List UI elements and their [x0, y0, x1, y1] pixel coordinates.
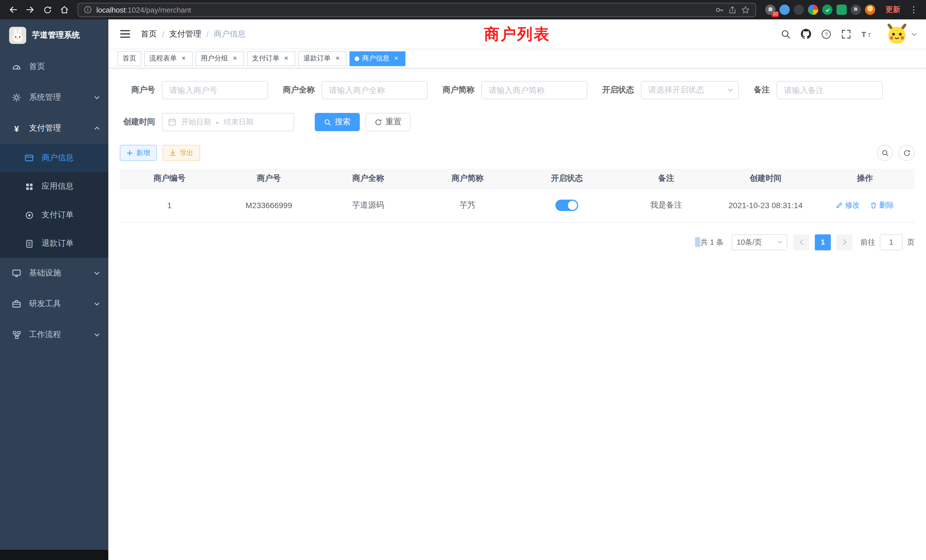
sidebar-item-dev-tools[interactable]: 研发工具 — [0, 289, 108, 319]
tab-refund-order[interactable]: 退款订单 × — [298, 51, 346, 66]
cell-short-name: 芋艿 — [418, 188, 517, 222]
sidebar-item-app-info[interactable]: 应用信息 — [0, 172, 108, 201]
user-avatar[interactable] — [885, 23, 908, 45]
page-content: 商户号 商户全称 商户简称 开启状态 请选择开启状态 — [108, 68, 926, 560]
close-icon[interactable]: × — [282, 54, 290, 62]
extension-gray-puzzle-icon[interactable] — [851, 5, 861, 15]
extension-puzzle-icon[interactable]: 10 — [765, 5, 775, 15]
chevron-down-icon — [776, 239, 783, 245]
sidebar-item-pay-order[interactable]: 支付订单 — [0, 201, 108, 229]
sidebar: 芋道管理系统 首页 系统管理 ¥ 支付管理 — [0, 20, 108, 560]
reset-button[interactable]: 重置 — [366, 113, 410, 131]
next-page-button[interactable] — [837, 234, 852, 250]
tab-home[interactable]: 首页 — [118, 51, 141, 66]
bookmark-star-icon[interactable] — [741, 5, 750, 14]
search-button[interactable]: 搜索 — [315, 113, 360, 131]
active-dot-icon — [355, 56, 359, 61]
refresh-icon[interactable] — [899, 145, 915, 161]
export-button-label: 导出 — [180, 148, 193, 158]
date-range-picker[interactable]: 开始日期 - 结束日期 — [162, 113, 294, 131]
document-icon — [24, 239, 34, 248]
col-short-name: 商户简称 — [418, 169, 517, 188]
add-button-label: 新增 — [136, 148, 150, 158]
sidebar-item-label: 系统管理 — [29, 92, 61, 103]
sidebar-item-home[interactable]: 首页 — [0, 51, 108, 82]
breadcrumb-home[interactable]: 首页 — [141, 29, 157, 39]
app-logo[interactable]: 芋道管理系统 — [0, 20, 108, 51]
font-size-icon[interactable]: TT — [861, 29, 872, 38]
tab-pay-order[interactable]: 支付订单 × — [247, 51, 295, 66]
close-icon[interactable]: × — [392, 54, 400, 62]
site-info-icon[interactable] — [84, 6, 92, 14]
monitor-icon — [11, 269, 22, 278]
edit-button[interactable]: 修改 — [836, 200, 860, 210]
extension-green-square-icon[interactable] — [837, 5, 847, 15]
help-icon[interactable]: ? — [821, 29, 831, 39]
sidebar-item-payment[interactable]: ¥ 支付管理 — [0, 113, 108, 144]
breadcrumb: 首页 / 支付管理 / 商户信息 — [141, 29, 246, 39]
page-number-1[interactable]: 1 — [815, 234, 831, 250]
home-icon[interactable] — [57, 2, 72, 17]
status-toggle[interactable] — [555, 200, 578, 211]
full-name-input[interactable] — [322, 81, 428, 99]
forward-icon[interactable] — [23, 2, 38, 17]
breadcrumb-payment[interactable]: 支付管理 — [169, 29, 201, 39]
short-name-input[interactable] — [481, 81, 587, 99]
github-icon[interactable] — [800, 29, 811, 39]
credit-card-icon — [24, 153, 34, 162]
password-key-icon[interactable] — [715, 5, 723, 14]
back-icon[interactable] — [6, 2, 21, 17]
prev-page-button[interactable] — [793, 234, 809, 250]
sidebar-item-system[interactable]: 系统管理 — [0, 82, 108, 113]
col-remark: 备注 — [617, 169, 716, 188]
status-label: 开启状态 — [602, 85, 634, 95]
col-create-time: 创建时间 — [716, 169, 816, 188]
tab-process-form[interactable]: 流程表单 × — [144, 51, 193, 66]
sidebar-item-merchant-info[interactable]: 商户信息 — [0, 144, 108, 172]
share-icon[interactable] — [728, 5, 737, 14]
date-start-placeholder[interactable]: 开始日期 — [181, 117, 211, 127]
filter-full-name: 商户全称 — [283, 81, 428, 99]
sidebar-item-infrastructure[interactable]: 基础设施 — [0, 258, 108, 289]
tab-merchant-info[interactable]: 商户信息 × — [350, 51, 406, 66]
page-size-select[interactable]: 10条/页 — [732, 234, 787, 250]
sidebar-item-refund-order[interactable]: 退款订单 — [0, 229, 108, 258]
tab-user-group[interactable]: 用户分组 × — [195, 51, 244, 66]
delete-button[interactable]: 删除 — [870, 200, 894, 210]
browser-menu-icon[interactable]: ⋮ — [907, 5, 920, 15]
reload-icon[interactable] — [40, 2, 55, 17]
filter-remark: 备注 — [754, 81, 883, 99]
sidebar-item-label: 商户信息 — [42, 153, 74, 163]
extension-green-check-icon[interactable] — [822, 5, 832, 15]
close-icon[interactable]: × — [231, 54, 239, 62]
toggle-search-icon[interactable] — [877, 145, 893, 161]
profile-avatar-icon[interactable] — [865, 5, 875, 15]
hamburger-icon[interactable] — [118, 27, 133, 41]
fullscreen-icon[interactable] — [841, 29, 851, 39]
reset-button-label: 重置 — [386, 117, 401, 127]
extension-dark-icon[interactable] — [794, 5, 804, 15]
extension-multicolor-icon[interactable] — [808, 5, 818, 15]
goto-page-input[interactable] — [880, 234, 903, 250]
merchant-no-input[interactable] — [162, 81, 268, 99]
target-icon — [24, 211, 34, 219]
remark-input[interactable] — [776, 81, 883, 99]
status-select[interactable]: 请选择开启状态 — [641, 81, 739, 99]
close-icon[interactable]: × — [180, 54, 188, 62]
close-icon[interactable]: × — [334, 54, 342, 62]
extension-blue-icon[interactable] — [779, 5, 790, 15]
header-search-icon[interactable] — [781, 29, 791, 39]
calendar-icon — [168, 118, 176, 126]
add-button[interactable]: 新增 — [120, 145, 157, 161]
date-end-placeholder[interactable]: 结束日期 — [224, 117, 253, 127]
remark-label: 备注 — [754, 85, 770, 95]
address-bar[interactable]: localhost:1024/pay/merchant — [77, 3, 756, 17]
browser-update-button[interactable]: 更新 — [885, 5, 900, 15]
export-button[interactable]: 导出 — [162, 145, 200, 161]
user-menu[interactable] — [885, 23, 917, 45]
svg-text:?: ? — [825, 31, 828, 37]
cell-merchant-no: M233666999 — [219, 188, 319, 222]
sidebar-item-workflow[interactable]: 工作流程 — [0, 319, 108, 350]
cell-status — [517, 188, 617, 222]
filter-create-time: 创建时间 开始日期 - 结束日期 — [120, 113, 294, 131]
